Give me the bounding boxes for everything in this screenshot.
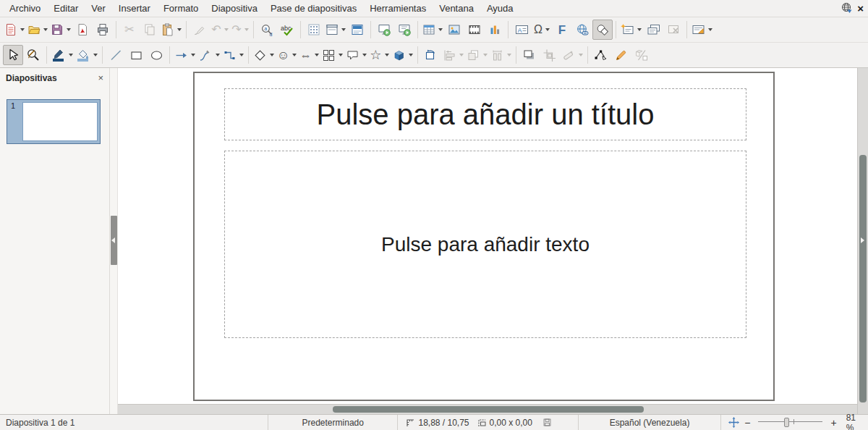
clone-formatting-button[interactable] xyxy=(190,20,210,40)
zoom-slider[interactable] xyxy=(758,421,822,423)
menu-ver[interactable]: Ver xyxy=(85,0,112,17)
fontwork-button[interactable]: F xyxy=(552,20,572,40)
connectors-button[interactable] xyxy=(221,45,245,65)
menu-editar[interactable]: Editar xyxy=(47,0,85,17)
flowchart-button[interactable] xyxy=(320,45,344,65)
title-placeholder[interactable]: Pulse para añadir un título xyxy=(224,88,746,140)
dropdown-caret-icon[interactable] xyxy=(191,54,195,56)
copy-button[interactable] xyxy=(140,20,160,40)
horizontal-scrollbar[interactable] xyxy=(118,404,857,414)
close-document-icon[interactable]: × xyxy=(857,1,864,16)
symbol-shapes-button[interactable]: ☺ xyxy=(276,45,298,65)
dropdown-caret-icon[interactable] xyxy=(270,54,274,56)
dropdown-caret-icon[interactable] xyxy=(708,28,712,31)
zoom-slider-thumb[interactable] xyxy=(784,418,789,427)
slide-canvas[interactable]: Pulse para añadir un título Pulse para a… xyxy=(118,68,857,404)
dropdown-caret-icon[interactable] xyxy=(69,54,73,56)
align-objects-button[interactable] xyxy=(441,45,465,65)
cut-button[interactable]: ✂ xyxy=(119,20,140,40)
toggle-extrusion-button[interactable] xyxy=(631,45,652,65)
print-button[interactable] xyxy=(93,20,113,40)
dropdown-caret-icon[interactable] xyxy=(67,28,71,31)
arrange-button[interactable] xyxy=(465,45,489,65)
horizontal-scrollbar-thumb[interactable] xyxy=(333,406,644,413)
zoom-in-button[interactable]: + xyxy=(828,417,838,429)
panel-collapse-handle[interactable] xyxy=(111,216,117,265)
open-file-button[interactable] xyxy=(26,20,49,40)
insert-image-button[interactable] xyxy=(444,20,464,40)
undo-button[interactable]: ↶ xyxy=(210,20,230,40)
status-position-size[interactable]: 18,88 / 10,75 0,00 x 0,00 xyxy=(398,415,578,430)
new-document-button[interactable] xyxy=(3,20,26,40)
vertical-scrollbar[interactable] xyxy=(857,68,868,414)
callout-shapes-button[interactable] xyxy=(344,45,368,65)
menu-insertar[interactable]: Insertar xyxy=(112,0,157,17)
save-button[interactable] xyxy=(49,20,72,40)
insert-text-box-button[interactable]: A xyxy=(511,20,532,40)
basic-shapes-button[interactable] xyxy=(252,45,276,65)
insert-media-button[interactable] xyxy=(464,20,485,40)
master-slide-button[interactable] xyxy=(347,20,367,40)
find-replace-button[interactable]: ad xyxy=(257,20,277,40)
export-pdf-button[interactable] xyxy=(72,20,93,40)
image-filter-button[interactable] xyxy=(560,45,584,65)
zoom-pan-button[interactable] xyxy=(23,45,43,65)
line-color-button[interactable] xyxy=(50,45,75,65)
dropdown-caret-icon[interactable] xyxy=(224,28,229,31)
start-from-first-slide-button[interactable] xyxy=(374,20,394,40)
menu-pase-de-diapositivas[interactable]: Pase de diapositivas xyxy=(264,0,363,17)
dropdown-caret-icon[interactable] xyxy=(385,54,389,56)
slide-properties-button[interactable] xyxy=(690,20,714,40)
dropdown-caret-icon[interactable] xyxy=(341,28,346,31)
display-views-button[interactable] xyxy=(324,20,347,40)
dropdown-caret-icon[interactable] xyxy=(507,54,511,56)
duplicate-slide-button[interactable] xyxy=(643,20,663,40)
special-character-button[interactable]: Ω xyxy=(532,20,552,40)
ellipse-button[interactable] xyxy=(146,45,166,65)
fit-slide-icon[interactable] xyxy=(728,417,739,428)
menu-ventana[interactable]: Ventana xyxy=(433,0,480,17)
delete-slide-button[interactable] xyxy=(663,20,684,40)
block-arrows-button[interactable]: ⇔ xyxy=(298,45,320,65)
vertical-scrollbar-thumb[interactable] xyxy=(859,155,867,402)
dropdown-caret-icon[interactable] xyxy=(438,28,443,31)
close-panel-icon[interactable]: × xyxy=(98,72,103,83)
dropdown-caret-icon[interactable] xyxy=(93,54,98,56)
new-slide-button[interactable] xyxy=(619,20,643,40)
menu-diapositiva[interactable]: Diapositiva xyxy=(205,0,264,17)
dropdown-caret-icon[interactable] xyxy=(339,54,343,56)
stars-button[interactable]: ☆ xyxy=(368,45,390,65)
edit-points-button[interactable] xyxy=(591,45,611,65)
glue-points-button[interactable] xyxy=(611,45,631,65)
slide-thumbnail[interactable]: 1 xyxy=(7,99,101,144)
dropdown-caret-icon[interactable] xyxy=(216,54,220,56)
menu-herramientas[interactable]: Herramientas xyxy=(363,0,433,17)
crop-image-button[interactable] xyxy=(540,45,560,65)
display-grid-button[interactable] xyxy=(304,20,324,40)
select-button[interactable] xyxy=(3,45,23,65)
panel-splitter[interactable] xyxy=(110,68,118,414)
dropdown-caret-icon[interactable] xyxy=(315,54,319,56)
paste-button[interactable] xyxy=(160,20,183,40)
dropdown-caret-icon[interactable] xyxy=(483,54,488,56)
slide-page[interactable]: Pulse para añadir un título Pulse para a… xyxy=(193,72,775,401)
status-language[interactable]: Español (Venezuela) xyxy=(579,415,721,430)
distribute-button[interactable] xyxy=(489,45,513,65)
menu-formato[interactable]: Formato xyxy=(157,0,205,17)
redo-button[interactable]: ↷ xyxy=(230,20,250,40)
status-template[interactable]: Predeterminado xyxy=(268,415,399,430)
spelling-button[interactable]: abc xyxy=(277,20,297,40)
dropdown-caret-icon[interactable] xyxy=(43,28,48,31)
show-draw-functions-button[interactable] xyxy=(592,20,613,40)
zoom-level-text[interactable]: 81 % xyxy=(846,413,864,430)
dropdown-caret-icon[interactable] xyxy=(579,54,583,56)
menu-archivo[interactable]: Archivo xyxy=(3,0,47,17)
rectangle-button[interactable] xyxy=(126,45,146,65)
start-from-current-slide-button[interactable] xyxy=(394,20,414,40)
dropdown-caret-icon[interactable] xyxy=(545,28,550,31)
dropdown-caret-icon[interactable] xyxy=(459,54,464,56)
shadow-button[interactable] xyxy=(519,45,540,65)
insert-line-button[interactable] xyxy=(106,45,126,65)
insert-chart-button[interactable] xyxy=(485,20,505,40)
insert-table-button[interactable] xyxy=(421,20,444,40)
